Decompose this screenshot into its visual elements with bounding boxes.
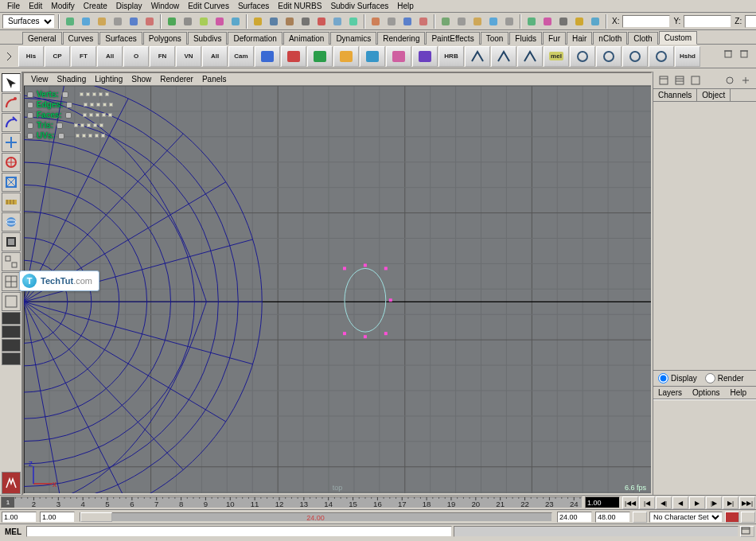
toolbar-icon[interactable] — [314, 14, 329, 29]
playback-button[interactable]: |▶ — [706, 496, 722, 509]
shelf-tab-general[interactable]: General — [22, 32, 62, 45]
shelf-button-cam[interactable]: Cam — [228, 46, 254, 67]
toolbar-icon[interactable] — [330, 14, 345, 29]
toolbar-icon[interactable] — [228, 14, 243, 29]
toolbar-icon[interactable] — [283, 14, 297, 29]
tool-button[interactable] — [2, 153, 21, 172]
shelf-button-his[interactable]: His — [18, 46, 44, 67]
range-end-inner[interactable] — [557, 512, 592, 523]
shelf-button-cp[interactable]: CP — [45, 46, 70, 67]
shelf-icon[interactable] — [517, 46, 543, 67]
layers-menu[interactable]: Layers — [653, 387, 687, 399]
toolbar-icon[interactable] — [416, 14, 431, 29]
playback-button[interactable]: ◀ — [672, 496, 688, 509]
tool-button[interactable] — [2, 113, 21, 132]
toolbar-icon[interactable] — [502, 14, 516, 29]
tool-button[interactable] — [2, 232, 21, 251]
selection-handle[interactable] — [364, 263, 367, 267]
toolbar-icon[interactable] — [251, 14, 265, 29]
viewmenu-lighting[interactable]: Lighting — [91, 74, 127, 84]
shelf-button-ft[interactable]: FT — [71, 46, 96, 67]
shelf-tab-fur[interactable]: Fur — [543, 32, 566, 45]
shelf-tab-ncloth[interactable]: nCloth — [593, 32, 627, 45]
menu-help[interactable]: Help — [393, 1, 418, 11]
coord-x-input[interactable] — [622, 15, 670, 28]
channelbox-icon[interactable] — [657, 73, 671, 88]
menu-surfaces[interactable]: Surfaces — [234, 1, 273, 11]
character-set-dropdown[interactable]: No Character Set — [649, 512, 723, 523]
menu-edit[interactable]: Edit — [25, 1, 46, 11]
tool-button[interactable] — [2, 292, 21, 311]
toolbar-icon[interactable] — [181, 14, 195, 29]
shelf-icon[interactable] — [307, 46, 333, 67]
selection-handle[interactable] — [384, 332, 388, 335]
shelf-icon[interactable] — [491, 46, 516, 67]
toolbar-icon[interactable] — [438, 14, 453, 29]
toolbar-icon[interactable] — [556, 14, 571, 29]
selected-curve[interactable] — [345, 268, 386, 332]
shelf-icon[interactable] — [360, 46, 385, 67]
shelf-tab-animation[interactable]: Animation — [283, 32, 329, 45]
menu-create[interactable]: Create — [80, 1, 111, 11]
playback-button[interactable]: |◀◀ — [622, 496, 638, 509]
range-slider-track[interactable]: 24.00 — [80, 512, 552, 522]
selection-handle[interactable] — [343, 267, 346, 270]
channelbox-icon[interactable] — [688, 73, 703, 88]
selection-handle[interactable] — [384, 267, 388, 270]
playback-button[interactable]: ▶| — [723, 496, 738, 509]
tool-button[interactable] — [2, 252, 21, 271]
range-start-outer[interactable] — [2, 512, 37, 523]
shelf-tab-subdivs[interactable]: Subdivs — [188, 32, 228, 45]
toolbar-icon[interactable] — [63, 14, 77, 29]
viewmenu-shading[interactable]: Shading — [53, 74, 91, 84]
tool-button[interactable] — [2, 173, 21, 192]
tool-extra[interactable] — [2, 325, 21, 338]
shelf-icon[interactable] — [255, 46, 280, 67]
shelf-tab-curves[interactable]: Curves — [63, 32, 99, 45]
viewmenu-show[interactable]: Show — [127, 74, 155, 84]
shelf-trash-icon[interactable] — [721, 46, 735, 60]
channelbox-icon[interactable] — [723, 73, 737, 88]
viewmenu-view[interactable]: View — [27, 74, 53, 84]
shelf-button-fn[interactable]: FN — [150, 46, 175, 67]
playback-button[interactable]: |◀ — [639, 496, 655, 509]
menu-edit-nurbs[interactable]: Edit NURBS — [274, 1, 325, 11]
autokey-btn[interactable] — [725, 512, 739, 523]
module-dropdown[interactable]: Surfaces — [2, 14, 55, 29]
maya-icon[interactable] — [2, 472, 21, 494]
range-thumb[interactable] — [80, 512, 112, 522]
toolbar-icon[interactable] — [454, 14, 469, 29]
menu-display[interactable]: Display — [112, 1, 146, 11]
tool-button[interactable] — [2, 133, 21, 152]
playback-button[interactable]: ▶▶| — [739, 496, 755, 509]
toolbar-icon[interactable] — [588, 14, 602, 29]
shelf-tab-rendering[interactable]: Rendering — [377, 32, 425, 45]
menu-file[interactable]: File — [3, 1, 24, 11]
range-btn[interactable] — [741, 512, 755, 523]
toolbar-icon[interactable] — [111, 14, 125, 29]
selection-handle[interactable] — [364, 335, 367, 338]
selection-handle[interactable] — [389, 298, 392, 302]
layers-help-menu[interactable]: Help — [725, 387, 751, 399]
menu-window[interactable]: Window — [147, 1, 184, 11]
tool-button[interactable] — [2, 193, 21, 212]
shelf-button-hrb[interactable]: HRB — [438, 46, 464, 67]
shelf-icon[interactable] — [386, 46, 411, 67]
tool-button[interactable] — [2, 272, 21, 291]
playback-button[interactable]: ▶ — [689, 496, 705, 509]
shelf-tab-painteffects[interactable]: PaintEffects — [426, 32, 479, 45]
shelf-tab-deformation[interactable]: Deformation — [228, 32, 282, 45]
toolbar-icon[interactable] — [346, 14, 360, 29]
layers-options-menu[interactable]: Options — [688, 387, 724, 399]
shelf-tab-fluids[interactable]: Fluids — [509, 32, 542, 45]
shelf-tab-dynamics[interactable]: Dynamics — [330, 32, 376, 45]
tab-object[interactable]: Object — [697, 89, 731, 101]
menu-subdiv-surfaces[interactable]: Subdiv Surfaces — [326, 1, 392, 11]
toolbar-icon[interactable] — [267, 14, 281, 29]
toolbar-icon[interactable] — [572, 14, 586, 29]
playback-button[interactable]: ◀| — [656, 496, 672, 509]
toolbar-icon[interactable] — [524, 14, 539, 29]
toolbar-icon[interactable] — [79, 14, 93, 29]
tool-button[interactable] — [2, 212, 21, 232]
shelf-tab-custom[interactable]: Custom — [659, 31, 697, 45]
